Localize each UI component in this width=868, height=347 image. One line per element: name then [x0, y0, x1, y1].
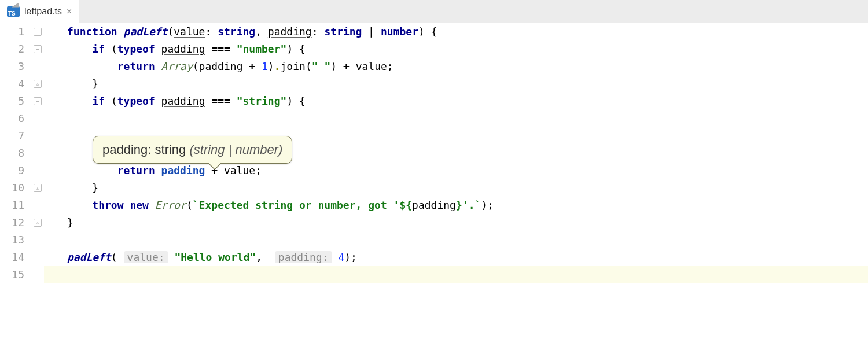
fold-toggle-icon[interactable]: ▵: [34, 219, 42, 227]
fold-column: ––▵–▵▵: [32, 23, 44, 347]
hover-target-padding[interactable]: padding: [161, 164, 205, 176]
code-line: if (typeof padding === "number") {: [44, 40, 868, 58]
fold-toggle-icon[interactable]: –: [34, 28, 42, 36]
tab-leftpad[interactable]: TS leftpad.ts ×: [0, 0, 79, 23]
typescript-file-icon: TS: [7, 6, 20, 17]
code-area[interactable]: function padLeft(value: string, padding:…: [44, 23, 868, 347]
fold-toggle-icon[interactable]: ▵: [34, 184, 42, 192]
code-line: [44, 266, 868, 283]
code-line: padLeft( value: "Hello world", padding: …: [44, 249, 868, 266]
inlay-hint: padding:: [275, 251, 332, 263]
code-line: [44, 110, 868, 127]
fold-toggle-icon[interactable]: –: [34, 97, 42, 105]
code-line: }: [44, 179, 868, 197]
tab-filename: leftpad.ts: [24, 6, 62, 17]
code-line: }: [44, 214, 868, 231]
code-editor[interactable]: 123456789101112131415 ––▵–▵▵ function pa…: [0, 23, 868, 347]
code-line: }: [44, 75, 868, 93]
tab-bar: TS leftpad.ts ×: [0, 0, 868, 23]
code-line: [44, 231, 868, 249]
code-line: function padLeft(value: string, padding:…: [44, 23, 868, 40]
code-line: if (typeof padding === "string") {: [44, 93, 868, 110]
code-line: return padding + value;: [44, 162, 868, 179]
inlay-hint: value:: [124, 251, 168, 263]
line-number-gutter: 123456789101112131415: [0, 23, 32, 347]
code-line: throw new Error(`Expected string or numb…: [44, 197, 868, 214]
code-line: return Array(padding + 1).join(" ") + va…: [44, 58, 868, 75]
fold-toggle-icon[interactable]: –: [34, 45, 42, 53]
close-icon[interactable]: ×: [67, 6, 72, 17]
fold-toggle-icon[interactable]: ▵: [34, 80, 42, 88]
type-info-tooltip: padding: string (string | number): [93, 136, 292, 164]
